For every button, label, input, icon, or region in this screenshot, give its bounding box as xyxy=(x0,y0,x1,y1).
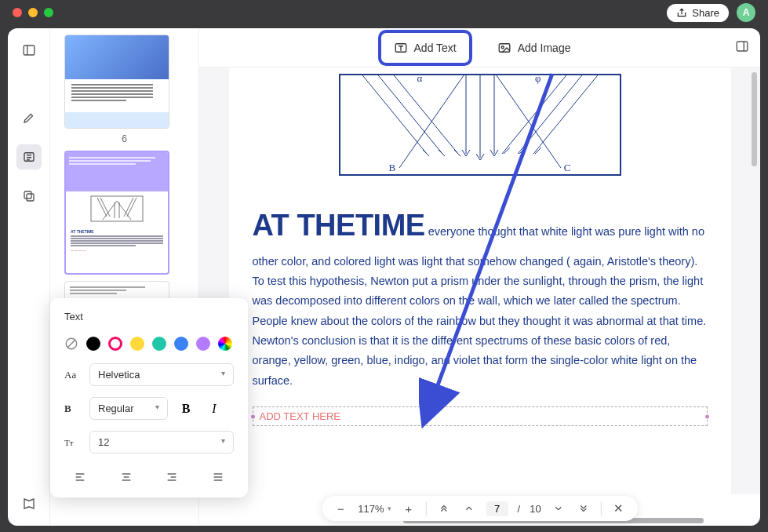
color-pink[interactable] xyxy=(108,337,122,351)
window-controls[interactable] xyxy=(13,8,53,17)
svg-rect-7 xyxy=(24,191,31,199)
font-label: Aa xyxy=(64,369,82,381)
page-total: 10 xyxy=(530,503,541,515)
thumbnail-page-6[interactable]: 6 xyxy=(64,35,184,144)
svg-rect-18 xyxy=(737,42,748,51)
text-placeholder: ADD TEXT HERE xyxy=(260,410,341,422)
document-heading: AT THETIME xyxy=(253,209,425,242)
avatar[interactable]: A xyxy=(737,3,755,22)
top-toolbar: Add Text Add Image xyxy=(199,28,760,67)
color-black[interactable] xyxy=(86,337,100,351)
svg-line-24 xyxy=(518,75,588,154)
svg-line-22 xyxy=(388,75,458,154)
size-select[interactable]: 12 xyxy=(89,431,234,454)
share-icon xyxy=(676,7,687,18)
zoom-value[interactable]: 117% xyxy=(358,503,384,515)
thumbnail-page-7[interactable]: AT THETIME — — — — xyxy=(64,151,184,275)
panels-icon[interactable] xyxy=(20,41,38,60)
svg-line-25 xyxy=(533,75,604,154)
svg-line-23 xyxy=(502,75,573,154)
svg-rect-8 xyxy=(91,196,143,221)
page-separator: / xyxy=(518,503,521,515)
image-icon xyxy=(497,41,511,55)
weight-label: B xyxy=(64,403,82,415)
svg-rect-6 xyxy=(27,194,34,201)
svg-point-17 xyxy=(501,46,504,48)
page-input[interactable] xyxy=(486,501,508,516)
no-color-icon[interactable] xyxy=(64,337,78,351)
bottom-bar: − 117% ▾ + / 10 xyxy=(322,496,637,521)
align-center-button[interactable] xyxy=(117,468,136,486)
weight-select[interactable]: Regular xyxy=(89,397,168,420)
panel-title: Text xyxy=(64,311,234,322)
text-insertion-box[interactable]: ADD TEXT HERE xyxy=(253,406,708,426)
document-viewport[interactable]: α φ B C AT THETIME everyone thought that… xyxy=(199,67,760,494)
zoom-in-button[interactable]: + xyxy=(401,501,417,516)
text-tool-icon[interactable] xyxy=(16,144,42,169)
color-row xyxy=(64,337,234,351)
color-yellow[interactable] xyxy=(130,337,144,351)
italic-button[interactable]: I xyxy=(204,399,224,419)
share-label: Share xyxy=(692,7,719,19)
right-panel-icon[interactable] xyxy=(735,39,749,53)
svg-rect-0 xyxy=(24,46,35,55)
add-image-button[interactable]: Add Image xyxy=(486,35,582,61)
book-icon[interactable] xyxy=(20,494,38,513)
prism-diagram: α φ B C xyxy=(339,74,621,176)
size-label: Tт xyxy=(64,438,82,447)
color-teal[interactable] xyxy=(152,337,166,351)
resize-handle-left[interactable] xyxy=(251,414,255,418)
close-window-button[interactable] xyxy=(13,8,22,17)
bold-button[interactable]: B xyxy=(176,399,196,419)
copy-icon[interactable] xyxy=(20,187,38,206)
svg-line-20 xyxy=(356,75,427,154)
align-left-button[interactable] xyxy=(71,468,89,486)
align-right-button[interactable] xyxy=(162,468,181,486)
document-body: AT THETIME everyone thought that white l… xyxy=(253,199,708,391)
close-bar-button[interactable]: ✕ xyxy=(611,501,627,516)
zoom-out-button[interactable]: − xyxy=(333,501,348,516)
color-picker-icon[interactable] xyxy=(218,337,232,351)
color-purple[interactable] xyxy=(196,337,210,351)
maximize-window-button[interactable] xyxy=(44,8,53,17)
document-page: α φ B C AT THETIME everyone thought that… xyxy=(229,67,731,494)
add-text-button[interactable]: Add Text xyxy=(378,30,472,66)
thumbnail-label: 6 xyxy=(64,133,184,144)
color-blue[interactable] xyxy=(174,337,188,351)
minimize-window-button[interactable] xyxy=(28,8,38,17)
resize-handle-right[interactable] xyxy=(705,414,709,418)
prev-page-button[interactable] xyxy=(461,501,477,516)
last-page-button[interactable] xyxy=(576,501,591,516)
add-image-label: Add Image xyxy=(518,42,571,54)
font-select[interactable]: Helvetica xyxy=(89,363,234,386)
vertical-scrollbar[interactable] xyxy=(752,72,757,490)
first-page-button[interactable] xyxy=(436,501,452,516)
left-rail xyxy=(8,28,50,526)
text-properties-panel: Text Aa Helvetica B Regular B xyxy=(50,298,248,497)
svg-line-31 xyxy=(67,340,76,348)
highlighter-icon[interactable] xyxy=(20,108,38,127)
svg-line-21 xyxy=(372,75,442,154)
next-page-button[interactable] xyxy=(551,501,566,516)
add-text-label: Add Text xyxy=(414,42,457,54)
share-button[interactable]: Share xyxy=(667,4,729,22)
align-justify-button[interactable] xyxy=(209,468,227,486)
text-icon xyxy=(394,41,408,55)
